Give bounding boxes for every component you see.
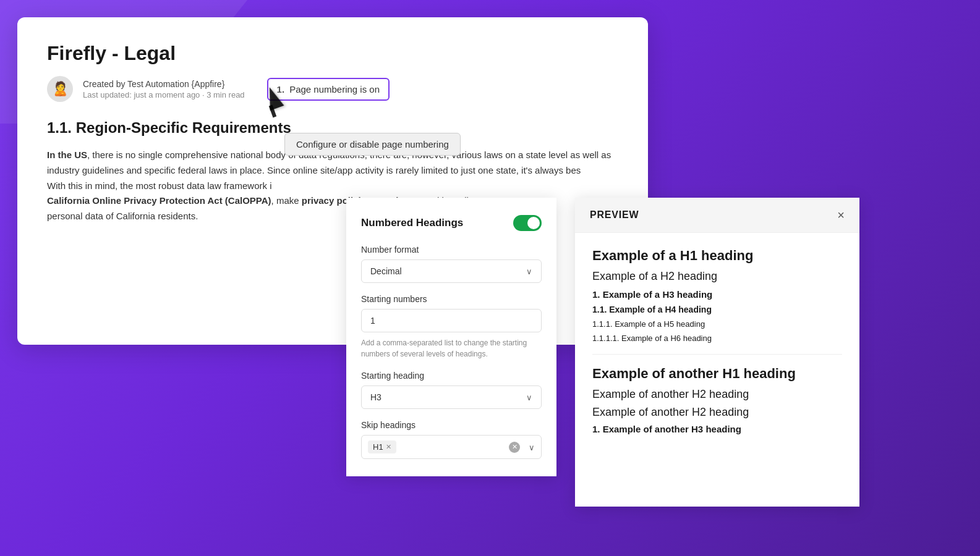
skip-headings-group: Skip headings H1 ✕ ✕ ∨ xyxy=(361,420,542,459)
preview-h4: 1.1. Example of a H4 heading xyxy=(592,305,842,314)
skip-headings-input[interactable]: H1 ✕ ✕ ∨ xyxy=(361,435,542,459)
skip-clear-button[interactable]: ✕ xyxy=(509,442,520,453)
preview-header: PREVIEW × xyxy=(575,198,859,233)
preview-h1: Example of a H1 heading xyxy=(592,248,842,264)
settings-panel: Numbered Headings Number format Decimal … xyxy=(346,198,556,476)
starting-heading-dropdown[interactable]: H3 ∨ xyxy=(361,385,542,409)
number-format-group: Number format Decimal ∨ xyxy=(361,245,542,283)
starting-numbers-input[interactable]: 1 xyxy=(361,309,542,332)
settings-title: Numbered Headings xyxy=(361,217,463,229)
page-num-icon: 1. xyxy=(277,84,285,95)
starting-numbers-label: Starting numbers xyxy=(361,294,542,304)
starting-heading-group: Starting heading H3 ∨ xyxy=(361,371,542,409)
skip-chevron-icon: ∨ xyxy=(529,442,535,452)
preview-h1-alt: Example of another H1 heading xyxy=(592,366,842,382)
starting-heading-chevron-icon: ∨ xyxy=(526,393,532,402)
preview-panel: PREVIEW × Example of a H1 heading Exampl… xyxy=(575,198,859,507)
skip-h1-remove-icon[interactable]: ✕ xyxy=(386,443,391,451)
preview-divider xyxy=(592,354,842,355)
starting-numbers-group: Starting numbers 1 Add a comma-separated… xyxy=(361,294,542,360)
avatar: 🙎 xyxy=(47,76,73,102)
number-format-label: Number format xyxy=(361,245,542,255)
preview-content: Example of a H1 heading Example of a H2 … xyxy=(575,233,859,454)
page-numbering-tooltip: Configure or disable page numbering xyxy=(284,133,461,156)
preview-h6: 1.1.1.1. Example of a H6 heading xyxy=(592,334,842,343)
skip-h1-tag[interactable]: H1 ✕ xyxy=(368,440,396,453)
numbered-headings-toggle[interactable] xyxy=(513,215,542,231)
doc-meta-author: Created by Test Automation {Appfire} xyxy=(83,79,245,89)
number-format-dropdown-wrapper: Decimal ∨ xyxy=(361,259,542,283)
preview-h3: 1. Example of a H3 heading xyxy=(592,289,842,300)
preview-title: PREVIEW xyxy=(590,209,639,221)
page-numbering-label: Page numbering is on xyxy=(289,84,380,95)
page-numbering-button[interactable]: 1. Page numbering is on xyxy=(267,78,390,101)
starting-numbers-hint: Add a comma-separated list to change the… xyxy=(361,337,542,360)
preview-close-button[interactable]: × xyxy=(837,209,845,221)
number-format-dropdown[interactable]: Decimal ∨ xyxy=(361,259,542,283)
preview-h3-alt: 1. Example of another H3 heading xyxy=(592,424,842,434)
doc-meta-updated: Last updated: just a moment ago · 3 min … xyxy=(83,90,245,99)
preview-h5: 1.1.1. Example of a H5 heading xyxy=(592,319,842,329)
preview-h2-alt2: Example of another H2 heading xyxy=(592,406,842,419)
doc-meta: 🙎 Created by Test Automation {Appfire} L… xyxy=(47,76,618,102)
starting-heading-label: Starting heading xyxy=(361,371,542,381)
skip-headings-label: Skip headings xyxy=(361,420,542,430)
doc-title: Firefly - Legal xyxy=(47,42,618,65)
starting-heading-dropdown-wrapper: H3 ∨ xyxy=(361,385,542,409)
doc-meta-text: Created by Test Automation {Appfire} Las… xyxy=(83,79,245,99)
preview-h2: Example of a H2 heading xyxy=(592,270,842,283)
settings-header: Numbered Headings xyxy=(361,215,542,231)
preview-h2-alt1: Example of another H2 heading xyxy=(592,388,842,401)
number-format-chevron-icon: ∨ xyxy=(526,267,532,276)
